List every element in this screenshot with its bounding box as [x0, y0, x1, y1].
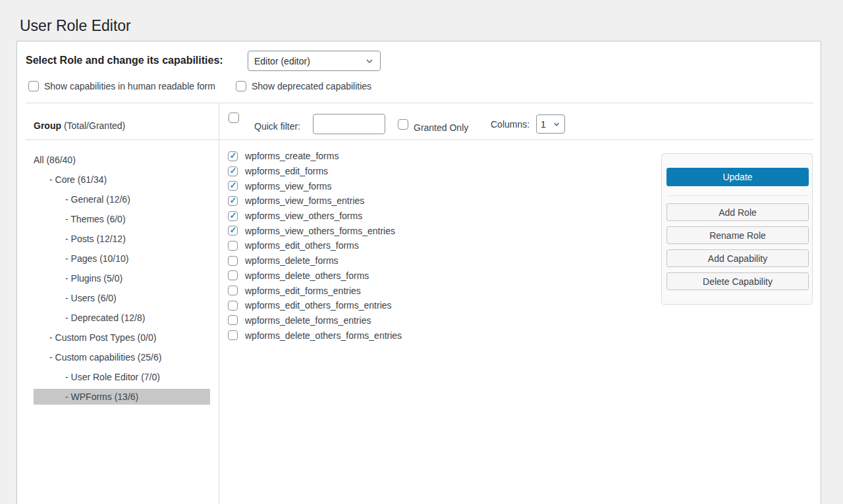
granted-only-label: Granted Only: [414, 122, 468, 133]
actions-divider: [666, 195, 807, 196]
group-tree-item[interactable]: - WPForms (13/6): [34, 389, 210, 405]
capability-checkbox[interactable]: [228, 211, 238, 221]
group-tree-item[interactable]: - Core (61/34): [34, 170, 210, 189]
role-select-value: Editor (editor): [254, 56, 310, 66]
select-role-label: Select Role and change its capabilities:: [26, 55, 223, 66]
quick-filter-input[interactable]: [313, 114, 385, 134]
option-show-deprecated[interactable]: Show deprecated capabilities: [236, 81, 371, 91]
group-tree-item[interactable]: - User Role Editor (7/0): [34, 367, 210, 387]
page-title: User Role Editor: [20, 17, 131, 35]
option-human-readable[interactable]: Show capabilities in human readable form: [28, 81, 215, 91]
capability-list: wpforms_create_forms wpforms_edit_forms …: [228, 149, 402, 343]
capability-checkbox[interactable]: [228, 270, 238, 280]
capability-label: wpforms_delete_forms: [245, 255, 339, 266]
capability-row: wpforms_edit_forms_entries: [228, 283, 402, 298]
columns-select[interactable]: 1: [536, 114, 565, 134]
capability-checkbox[interactable]: [228, 330, 238, 340]
capability-checkbox[interactable]: [228, 196, 238, 206]
capability-checkbox[interactable]: [228, 301, 238, 311]
select-all-checkbox[interactable]: [229, 113, 239, 123]
group-tree-item[interactable]: - Deprecated (12/8): [34, 308, 210, 328]
capability-row: wpforms_view_others_forms_entries: [228, 223, 402, 238]
delete-capability-button[interactable]: Delete Capability: [666, 272, 809, 290]
human-readable-label: Show capabilities in human readable form: [44, 81, 215, 91]
capability-checkbox[interactable]: [228, 151, 238, 161]
capability-row: wpforms_view_forms_entries: [228, 193, 402, 209]
main-panel: Select Role and change its capabilities:…: [16, 41, 821, 504]
capability-label: wpforms_view_others_forms: [245, 211, 362, 221]
show-deprecated-checkbox[interactable]: [236, 81, 246, 91]
chevron-down-icon: [365, 57, 374, 66]
group-tree-item[interactable]: - Themes (6/0): [34, 209, 210, 229]
capability-label: wpforms_edit_others_forms_entries: [245, 300, 392, 311]
group-tree-item[interactable]: - Users (6/0): [34, 288, 210, 308]
add-capability-button[interactable]: Add Capability: [666, 249, 809, 267]
capability-label: wpforms_create_forms: [245, 151, 339, 161]
group-tree-item[interactable]: - Posts (12/12): [34, 229, 210, 249]
capability-row: wpforms_edit_others_forms: [228, 238, 402, 253]
granted-only-checkbox[interactable]: [398, 119, 408, 130]
group-tree-item[interactable]: - General (12/6): [34, 189, 210, 209]
capability-label: wpforms_view_forms: [245, 181, 331, 191]
quick-filter-label: Quick filter:: [254, 121, 300, 132]
column-divider: [219, 103, 219, 504]
group-header: Group (Total/Granted): [34, 120, 125, 131]
capability-label: wpforms_delete_others_forms_entries: [245, 330, 402, 341]
capability-checkbox[interactable]: [228, 241, 238, 251]
capability-checkbox[interactable]: [228, 286, 238, 295]
show-deprecated-label: Show deprecated capabilities: [252, 81, 371, 91]
capability-row: wpforms_view_others_forms: [228, 209, 402, 224]
columns-select-value: 1: [541, 119, 546, 130]
group-tree-item[interactable]: - Plugins (5/0): [34, 268, 210, 288]
capability-row: wpforms_edit_others_forms_entries: [228, 298, 402, 313]
role-select[interactable]: Editor (editor): [248, 51, 381, 71]
capability-checkbox[interactable]: [228, 315, 238, 325]
capability-row: wpforms_delete_forms: [228, 253, 402, 268]
actions-panel: Update Add Role Rename Role Add Capabili…: [661, 153, 813, 305]
capability-checkbox[interactable]: [228, 226, 238, 236]
group-tree: All (86/40)- Core (61/34)- General (12/6…: [26, 150, 219, 407]
capability-row: wpforms_delete_others_forms: [228, 268, 402, 284]
capability-label: wpforms_edit_others_forms: [245, 240, 359, 251]
columns-label: Columns:: [491, 119, 530, 130]
chevron-down-icon: [553, 120, 560, 128]
capability-label: wpforms_view_others_forms_entries: [245, 226, 395, 236]
update-button[interactable]: Update: [666, 168, 809, 186]
capability-label: wpforms_edit_forms_entries: [245, 286, 361, 296]
capability-label: wpforms_delete_forms_entries: [245, 315, 371, 326]
group-header-title: Group: [34, 120, 61, 131]
group-tree-item[interactable]: All (86/40): [34, 150, 210, 170]
group-tree-item[interactable]: - Custom capabilities (25/6): [34, 347, 210, 367]
human-readable-checkbox[interactable]: [28, 81, 39, 91]
capability-label: wpforms_edit_forms: [245, 166, 328, 176]
capability-checkbox[interactable]: [228, 166, 238, 176]
group-header-suffix: (Total/Granted): [61, 120, 125, 131]
group-tree-item[interactable]: - Pages (10/10): [34, 249, 210, 268]
capability-label: wpforms_delete_others_forms: [245, 270, 369, 281]
capability-row: wpforms_edit_forms: [228, 164, 402, 179]
capability-row: wpforms_create_forms: [228, 149, 402, 164]
capability-checkbox[interactable]: [228, 256, 238, 266]
capability-label: wpforms_view_forms_entries: [245, 195, 364, 206]
group-tree-item[interactable]: - Custom Post Types (0/0): [34, 328, 210, 347]
capability-row: wpforms_delete_forms_entries: [228, 313, 402, 328]
capability-row: wpforms_delete_others_forms_entries: [228, 328, 402, 343]
top-divider: [26, 103, 813, 103]
rename-role-button[interactable]: Rename Role: [666, 226, 809, 244]
capability-checkbox[interactable]: [228, 181, 238, 191]
add-role-button[interactable]: Add Role: [666, 203, 809, 221]
header-divider: [26, 139, 813, 140]
capability-row: wpforms_view_forms: [228, 178, 402, 193]
